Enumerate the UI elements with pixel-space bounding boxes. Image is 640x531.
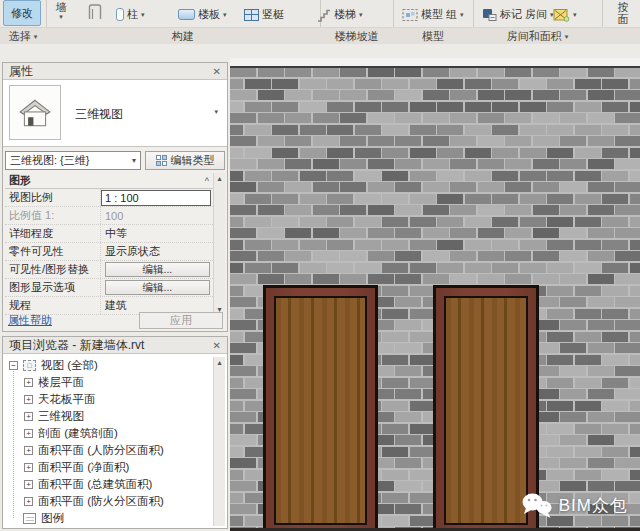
section-graphics[interactable]: 图形 ^: [5, 173, 213, 189]
column-button[interactable]: 柱 ▾: [116, 6, 145, 23]
scroll-up-icon[interactable]: ▴: [217, 358, 221, 367]
tag-button-label: 标记: [500, 7, 522, 22]
view-scale-input[interactable]: 1 : 100: [101, 190, 211, 206]
door-left[interactable]: [263, 285, 378, 531]
property-label: 详细程度: [5, 225, 101, 242]
tree-item-area-plan-fire[interactable]: + 面积平面 (防火分区面积): [3, 493, 213, 510]
wall-button[interactable]: 墙 ▾: [48, 1, 74, 20]
table-row: 视图比例 1 : 100: [5, 189, 213, 207]
expand-box-icon[interactable]: +: [24, 463, 33, 472]
project-browser-panel: 项目浏览器 - 新建墙体.rvt ✕ − □ 视图 (全部) + 楼层平面 + …: [2, 336, 228, 529]
browser-scrollbar[interactable]: ▴: [213, 357, 225, 526]
properties-help-link[interactable]: 属性帮助: [8, 313, 52, 328]
edit-type-label: 编辑类型: [171, 153, 215, 168]
by-face-label-line2: 面: [610, 13, 636, 25]
expand-box-icon[interactable]: +: [24, 412, 33, 421]
panel-caption-room-area[interactable]: 房间和面积 ▾: [473, 28, 602, 44]
tree-item-area-plan-civil-defense[interactable]: + 面积平面 (人防分区面积): [3, 442, 213, 459]
detail-level-value[interactable]: 中等: [101, 225, 213, 242]
tree-item-area-plan-net[interactable]: + 面积平面 (净面积): [3, 459, 213, 476]
panel-caption-model-label: 模型: [422, 29, 444, 44]
type-selector-dropdown[interactable]: 三维视图: {三维} ▾: [5, 151, 141, 170]
expand-box-icon[interactable]: +: [24, 395, 33, 404]
graphics-options-edit-button[interactable]: 编辑...: [105, 280, 210, 295]
tree-item-floor-plans[interactable]: + 楼层平面: [3, 374, 213, 391]
properties-panel: 属性 ✕ 三维视图 ▾ 三维视图: {三维} ▾ 编辑类型 图形 ^ 视图比例: [2, 62, 228, 332]
project-browser-header: 项目浏览器 - 新建墙体.rvt ✕: [3, 337, 227, 354]
chevron-down-icon[interactable]: ▾: [214, 108, 218, 115]
chevron-down-icon: ▾: [573, 11, 577, 18]
property-label: 图形显示选项: [5, 279, 101, 296]
project-browser-tree: − □ 视图 (全部) + 楼层平面 + 天花板平面 + 三维视图 + 剖面 (…: [3, 355, 213, 528]
expand-box-icon[interactable]: +: [24, 378, 33, 387]
tree-item-label: 面积平面 (总建筑面积): [38, 477, 152, 492]
close-icon[interactable]: ✕: [213, 340, 221, 351]
edit-type-icon: [156, 155, 168, 167]
property-label: 零件可见性: [5, 243, 101, 260]
tree-item-3d-views[interactable]: + 三维视图: [3, 408, 213, 425]
expand-box-icon[interactable]: +: [24, 480, 33, 489]
chevron-down-icon: ▾: [141, 11, 145, 18]
modify-button[interactable]: 修改: [3, 0, 41, 26]
group-button-label: 组: [446, 7, 457, 22]
apply-button[interactable]: 应用: [139, 312, 223, 329]
tree-item-sections[interactable]: + 剖面 (建筑剖面): [3, 425, 213, 442]
property-label: 比例值 1:: [5, 207, 101, 224]
area-button[interactable]: ▾: [553, 6, 577, 23]
stair-button-label: 楼梯: [334, 7, 356, 22]
door-button[interactable]: [86, 3, 104, 20]
panel-caption-select-label: 选择: [9, 29, 31, 44]
table-row: 详细程度 中等: [5, 225, 213, 243]
tree-root-views[interactable]: − □ 视图 (全部): [3, 357, 213, 374]
scroll-up-icon[interactable]: ▴: [217, 174, 221, 183]
chevron-down-icon: ▾: [34, 33, 38, 40]
type-selector[interactable]: 三维视图 ▾: [3, 80, 227, 147]
door-left-panel: [274, 296, 367, 525]
by-face-button[interactable]: 按 面: [610, 1, 636, 25]
properties-scrollbar[interactable]: ▴ ▾: [213, 173, 225, 315]
expand-box-icon[interactable]: +: [24, 446, 33, 455]
model-group-button[interactable]: 模型 组 ▾: [402, 6, 464, 23]
mullion-button[interactable]: 竖梃: [244, 6, 284, 23]
model-group-icon: [402, 8, 418, 22]
wall-top-edge: [230, 66, 640, 68]
panel-caption-select[interactable]: 选择 ▾: [0, 28, 46, 44]
tree-item-label: 面积平面 (人防分区面积): [38, 443, 164, 458]
tree-item-label: 面积平面 (防火分区面积): [38, 494, 164, 509]
tree-item-legends[interactable]: 图例: [3, 510, 213, 527]
property-label: 视图比例: [5, 189, 101, 206]
door-right-panel: [444, 296, 528, 525]
type-thumbnail: [9, 85, 61, 140]
tag-room-icon: [482, 8, 497, 22]
table-row: 图形显示选项 编辑...: [5, 279, 213, 297]
expand-box-icon[interactable]: +: [24, 497, 33, 506]
floor-button[interactable]: 楼板 ▾: [178, 6, 227, 23]
tree-item-area-plan-gross[interactable]: + 面积平面 (总建筑面积): [3, 476, 213, 493]
3d-viewport[interactable]: BIM众包: [230, 58, 640, 531]
tree-item-ceiling-plans[interactable]: + 天花板平面: [3, 391, 213, 408]
watermark-text: BIM众包: [559, 494, 628, 517]
section-graphics-label: 图形: [9, 173, 31, 188]
collapse-icon[interactable]: ^: [205, 176, 209, 186]
mullion-button-label: 竖梃: [262, 7, 284, 22]
tree-item-label: 三维视图: [38, 409, 84, 424]
by-face-label-line1: 按: [610, 1, 636, 13]
wall-button-label: 墙: [56, 1, 67, 13]
chevron-down-icon: ▾: [565, 33, 569, 40]
close-icon[interactable]: ✕: [213, 66, 221, 77]
visibility-edit-button[interactable]: 编辑...: [105, 262, 210, 277]
stair-button[interactable]: 楼梯 ▾: [316, 6, 363, 23]
area-icon: [553, 8, 570, 22]
room-button-label: 房间: [525, 7, 547, 22]
panel-caption-stair-ramp: 楼梯坡道: [320, 28, 393, 44]
collapse-box-icon[interactable]: −: [9, 361, 18, 370]
ribbon: 修改 墙 ▾ 柱 ▾ 楼板 ▾ 竖梃 楼梯 ▾ 模型: [0, 0, 640, 44]
tag-room-button[interactable]: 标记 房间 ▾: [482, 6, 554, 23]
parts-visibility-value[interactable]: 显示原状态: [101, 243, 213, 260]
expand-box-icon[interactable]: +: [24, 429, 33, 438]
tree-item-label: 剖面 (建筑剖面): [38, 426, 118, 441]
edit-type-button[interactable]: 编辑类型: [145, 151, 225, 170]
door-icon: [86, 3, 104, 21]
ribbon-panel-captions: 选择 ▾ 构建 楼梯坡道 模型 房间和面积 ▾: [0, 27, 640, 44]
column-icon: [116, 8, 124, 21]
